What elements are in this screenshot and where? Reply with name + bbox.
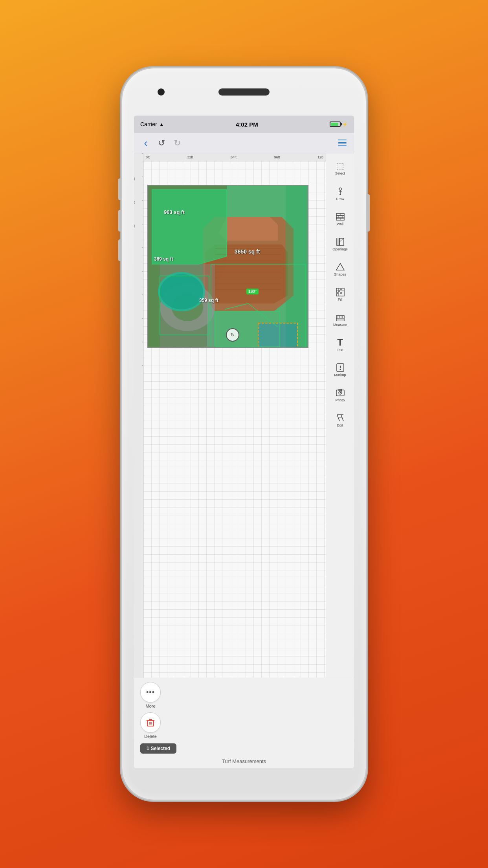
ruler-mark-3: 96ft (274, 155, 280, 159)
svg-rect-81 (336, 292, 338, 294)
svg-point-41 (160, 274, 203, 309)
measure-369: 369 sq ft (154, 256, 173, 262)
selected-label: Selected (151, 746, 170, 751)
svg-marker-34 (219, 217, 278, 241)
app-toolbar: ‹ ↺ ↻ (134, 133, 354, 153)
selected-count: 1 (147, 746, 149, 751)
photo-tool-label: Photo (336, 398, 345, 402)
undo-button[interactable]: ↺ (154, 136, 169, 150)
svg-rect-80 (340, 292, 342, 294)
shapes-icon (336, 262, 345, 272)
svg-marker-39 (152, 189, 227, 264)
battery-icon (330, 121, 341, 127)
edit-icon (336, 413, 345, 423)
status-bar: Carrier ▲ 4:02 PM ⚡ (134, 116, 354, 133)
select-icon: ⬚ (336, 162, 344, 171)
svg-text:96: 96 (134, 224, 135, 228)
markup-tool-label: Markup (334, 373, 346, 377)
more-action: ••• More (140, 682, 161, 708)
selected-badge: 1 Selected (140, 743, 176, 754)
svg-rect-82 (340, 288, 342, 290)
back-button[interactable]: ‹ (139, 136, 153, 150)
draw-tool-label: Draw (336, 197, 344, 201)
svg-line-74 (339, 238, 344, 242)
measure-903: 903 sq ft (164, 209, 185, 215)
wall-tool-button[interactable]: Wall (328, 207, 352, 231)
draw-icon (336, 187, 345, 196)
edit-tool-label: Edit (337, 423, 343, 427)
menu-button[interactable] (335, 136, 349, 150)
svg-text:↻: ↻ (231, 332, 235, 338)
app-title: Turf Measurements (222, 758, 266, 764)
more-label: More (145, 704, 155, 708)
text-icon: T (337, 338, 343, 347)
markup-icon (336, 363, 345, 372)
selected-badge-container: 1 Selected (140, 743, 176, 754)
delete-label: Delete (144, 734, 157, 739)
markup-tool-button[interactable]: Markup (328, 358, 352, 382)
svg-point-93 (339, 369, 341, 370)
back-chevron-icon: ‹ (144, 137, 147, 149)
redo-icon: ↻ (174, 138, 181, 148)
measure-359: 359 sq ft (199, 298, 218, 303)
battery-fill (331, 123, 338, 126)
trash-icon (145, 717, 156, 728)
measure-icon (336, 313, 345, 322)
measure-tool-label: Measure (333, 323, 347, 327)
delete-button[interactable] (140, 712, 161, 733)
wifi-icon: ▲ (159, 121, 164, 127)
ruler-left-svg: 32 64 96 (134, 153, 143, 625)
ruler-mark-0: 0ft (146, 155, 150, 159)
front-camera (158, 88, 165, 96)
svg-point-60 (339, 188, 341, 190)
speaker (218, 88, 270, 96)
measure-3650: 3650 sq ft (235, 248, 260, 255)
svg-rect-73 (339, 238, 344, 245)
phone-frame: Carrier ▲ 4:02 PM ⚡ ‹ ↺ ↻ (122, 68, 366, 800)
status-time: 4:02 PM (236, 121, 258, 128)
ruler-mark-2: 64ft (231, 155, 237, 159)
ruler-mark-4: 128 (317, 155, 323, 159)
bolt-icon: ⚡ (342, 122, 348, 127)
edit-tool-button[interactable]: Edit (328, 408, 352, 432)
draw-tool-button[interactable]: Draw (328, 182, 352, 206)
shapes-tool-label: Shapes (334, 272, 346, 276)
aerial-image: ↻ 903 sq ft 369 sq ft 359 sq ft 3650 sq … (147, 185, 308, 348)
ruler-mark-1: 32ft (187, 155, 193, 159)
fill-tool-button[interactable]: Fill (328, 282, 352, 307)
ruler-left: 32 64 96 (134, 153, 143, 678)
bottom-action-row: ••• More (140, 682, 348, 739)
openings-tool-label: Openings (332, 247, 348, 251)
text-tool-label: Text (337, 348, 343, 352)
measure-tool-button[interactable]: Measure (328, 307, 352, 332)
svg-text:64: 64 (134, 201, 135, 204)
bottom-left-actions: ••• More (140, 682, 161, 739)
svg-marker-75 (336, 263, 344, 270)
svg-rect-72 (337, 238, 339, 245)
screen: Carrier ▲ 4:02 PM ⚡ ‹ ↺ ↻ (134, 116, 354, 768)
select-tool-button[interactable]: ⬚ Select (328, 156, 352, 181)
angle-badge: 180° (246, 289, 259, 294)
text-tool-button[interactable]: T Text (328, 333, 352, 357)
canvas-area[interactable]: ↻ 903 sq ft 369 sq ft 359 sq ft 3650 sq … (143, 161, 326, 678)
select-tool-label: Select (335, 171, 345, 175)
delete-action: Delete (140, 712, 161, 739)
hamburger-icon (338, 140, 347, 147)
svg-rect-83 (336, 316, 344, 319)
svg-point-97 (339, 392, 341, 394)
more-button[interactable]: ••• (140, 682, 161, 702)
wall-tool-label: Wall (337, 222, 343, 226)
redo-button[interactable]: ↻ (170, 136, 184, 150)
undo-icon: ↺ (158, 138, 165, 148)
fill-icon (336, 287, 345, 297)
ruler-top-marks: 0ft 32ft 64ft 96ft 128 (145, 155, 324, 159)
svg-rect-65 (336, 216, 344, 218)
shapes-tool-button[interactable]: Shapes (328, 257, 352, 281)
carrier-label: Carrier (140, 121, 157, 127)
svg-text:32: 32 (134, 177, 135, 180)
more-dots-icon: ••• (146, 688, 155, 697)
photo-tool-button[interactable]: Photo (328, 383, 352, 407)
photo-icon (336, 388, 345, 397)
openings-tool-button[interactable]: Openings (328, 232, 352, 256)
carrier-info: Carrier ▲ (140, 121, 164, 127)
